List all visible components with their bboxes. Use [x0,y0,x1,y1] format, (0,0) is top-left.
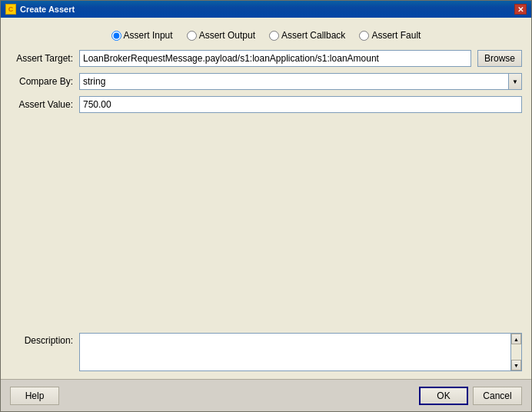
content-spacer [10,119,522,327]
description-wrapper: ▲ ▼ [79,333,522,371]
description-textarea[interactable] [79,333,511,371]
description-label: Description: [10,333,73,346]
compare-by-label: Compare By: [10,76,73,87]
radio-assert-input[interactable]: Assert Input [111,30,173,41]
scroll-up-button[interactable]: ▲ [511,334,521,344]
assert-target-label: Assert Target: [10,53,73,64]
ok-button[interactable]: OK [419,387,468,405]
assert-type-radio-group: Assert Input Assert Output Assert Callba… [10,25,522,44]
assert-target-input[interactable] [79,50,471,67]
radio-assert-callback[interactable]: Assert Callback [269,30,345,41]
assert-value-label: Assert Value: [10,99,73,110]
create-assert-window: C Create Assert ✕ Assert Input Assert Ou… [0,0,532,412]
window-icon: C [5,4,16,15]
window-title: Create Assert [20,5,75,14]
browse-button[interactable]: Browse [477,50,522,67]
compare-by-select[interactable]: string integer boolean float double [79,73,522,90]
scroll-down-button[interactable]: ▼ [511,360,521,370]
titlebar-left: C Create Assert [5,4,75,15]
assert-value-row: Assert Value: [10,96,522,113]
radio-assert-fault[interactable]: Assert Fault [359,30,421,41]
dialog-content: Assert Input Assert Output Assert Callba… [1,18,531,379]
compare-by-row: Compare By: string integer boolean float… [10,73,522,90]
dialog-footer: Help OK Cancel [1,379,531,411]
scroll-track [511,344,521,360]
assert-value-input[interactable] [79,96,522,113]
cancel-button[interactable]: Cancel [473,387,522,405]
compare-by-select-wrapper: string integer boolean float double ▼ [79,73,522,90]
close-button[interactable]: ✕ [514,4,527,15]
help-button[interactable]: Help [10,387,59,405]
radio-assert-output[interactable]: Assert Output [187,30,255,41]
titlebar: C Create Assert ✕ [1,1,531,18]
description-row: Description: ▲ ▼ [10,333,522,371]
assert-target-row: Assert Target: Browse [10,50,522,67]
footer-right-buttons: OK Cancel [419,387,522,405]
description-scrollbar: ▲ ▼ [511,333,522,371]
